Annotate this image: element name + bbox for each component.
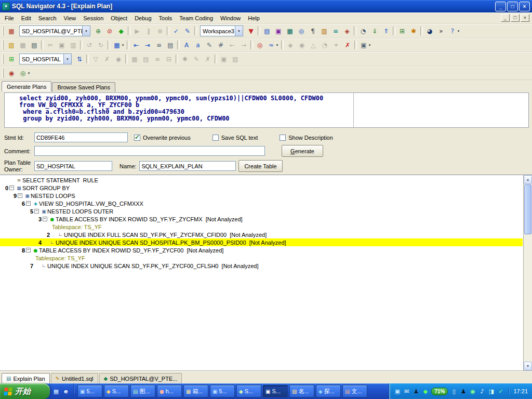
print-icon[interactable]: ▤ (29, 39, 40, 50)
results-grid-caret[interactable]: ▾ (120, 39, 126, 50)
workspace-filter-icon[interactable]: ▼ (245, 25, 257, 36)
battery-indicator[interactable]: 71% (431, 388, 448, 395)
document-tab[interactable]: ▤ Explain Plan (2, 373, 50, 383)
indent-left-icon[interactable]: ⇤ (130, 39, 142, 50)
drop-object-icon[interactable]: ✗ (202, 54, 214, 64)
plan-tree-row[interactable]: 2 ∟ UNIQUE INDEX FULL SCAN SD_YF.PK_YF_Z… (0, 231, 523, 238)
expand-box[interactable] (43, 217, 47, 221)
menu-item[interactable]: Help (244, 14, 263, 23)
stored-program-icon[interactable]: ▣ (273, 25, 284, 36)
open-file-icon[interactable]: ▨ (6, 39, 17, 50)
stmt-id-input[interactable] (34, 132, 128, 142)
check-syntax-icon[interactable]: ✓ (170, 25, 182, 36)
plan-tree-row[interactable]: Tablespace: TS_YF (0, 254, 523, 262)
plan-tab[interactable]: Browse Saved Plans (52, 82, 115, 92)
comment-input[interactable] (34, 146, 265, 156)
menu-item[interactable]: View (60, 14, 80, 23)
menu-item[interactable]: Session (79, 14, 107, 23)
output-viewer-icon[interactable]: ▥ (318, 25, 330, 36)
align-left-icon[interactable]: ≡ (153, 39, 165, 50)
toolbar-grip[interactable] (2, 69, 4, 78)
volume-icon[interactable]: ♪ (478, 388, 486, 395)
menu-item[interactable]: Team Coding (176, 14, 217, 23)
expand-box[interactable] (34, 209, 39, 214)
bookmark-icon[interactable]: ◎ (254, 39, 265, 50)
tree-view-icon[interactable]: ⊟ (163, 54, 175, 64)
find-previous-icon[interactable]: ← (227, 39, 238, 50)
taskbar-task-button[interactable]: ◆ S... (236, 385, 261, 397)
align-block-icon[interactable]: ▤ (165, 39, 176, 50)
edit-object-icon[interactable]: ✎ (191, 54, 202, 64)
code-edit-icon[interactable]: ✎ (182, 25, 193, 36)
taskbar-task-button[interactable]: ▨ 名... (289, 385, 314, 397)
message-icon[interactable]: ✉ (403, 388, 410, 395)
key-icon[interactable]: ✦ (330, 39, 342, 50)
toolbar-grip[interactable] (2, 55, 4, 64)
toolbar-grip[interactable] (2, 41, 4, 50)
execute-icon[interactable]: ▶ (131, 25, 143, 36)
plan-tree-row[interactable]: 4 ∟ UNIQUE INDEX UNIQUE SCAN SD_HOSPITAL… (0, 238, 523, 246)
undo-icon[interactable]: ↺ (84, 39, 95, 50)
menu-item[interactable]: Search (35, 14, 60, 23)
plan-tree-row[interactable]: Tablespace: TS_YF (0, 223, 523, 231)
menu-item[interactable]: Edit (18, 14, 35, 23)
pc-status-icon[interactable]: ▣ (393, 388, 401, 395)
session-browser-icon[interactable]: ▦ (6, 25, 17, 36)
qq-penguin-icon[interactable]: ♟ (459, 388, 467, 395)
mouse-icon[interactable]: ▯ (450, 388, 458, 395)
ime-icon[interactable]: ◨ (487, 388, 495, 395)
history-icon[interactable]: ◔ (319, 39, 330, 50)
wechat-icon[interactable]: ◉ (469, 388, 476, 395)
scroll-thumb[interactable] (524, 184, 531, 234)
more-buttons-chevron[interactable]: » (435, 25, 447, 36)
db-explorer-icon[interactable]: ▦ (284, 25, 296, 36)
lowercase-icon[interactable]: a (192, 39, 204, 50)
plan-tree-row[interactable]: 3 ● TABLE ACCESS BY INDEX ROWID SD_YF.YF… (0, 215, 523, 223)
taskbar-task-button[interactable]: ▣ S... (263, 385, 288, 397)
indent-right-icon[interactable]: ⇥ (142, 39, 153, 50)
copy-icon[interactable]: ▣ (56, 39, 68, 50)
paste-icon[interactable]: ▥ (68, 39, 79, 50)
connection-select[interactable]: SD_HOSPITAL@V_PTEY1 ▼ (19, 25, 90, 36)
plan-tab[interactable]: Generate Plans (2, 81, 51, 91)
close-button[interactable]: × (519, 2, 530, 11)
stop-icon[interactable]: ⊗ (154, 25, 166, 36)
checkbox-box[interactable] (212, 135, 219, 141)
expand-box[interactable] (9, 185, 14, 190)
mdi-close-button[interactable]: × (521, 14, 529, 22)
plan-tree-row[interactable]: ≡ SELECT STATEMENT RULE (0, 176, 523, 184)
mdi-minimize-button[interactable]: _ (501, 14, 510, 22)
save-icon[interactable]: ▦ (17, 39, 29, 50)
find-next-icon[interactable]: → (238, 39, 249, 50)
plan-table-name-input[interactable] (139, 161, 236, 171)
compare-icon[interactable]: △ (308, 39, 319, 50)
details-view-icon[interactable]: ▤ (140, 54, 152, 64)
team-coding-icon[interactable]: ⊞ (396, 25, 408, 36)
plan-tree-row[interactable]: 8 ● TABLE ACCESS BY INDEX ROWID SD_YF.YF… (0, 246, 523, 254)
checkbox[interactable]: Save SQL text (212, 135, 258, 141)
chevron-down-icon[interactable]: ▼ (235, 26, 243, 36)
sql-text-editor[interactable]: select zyid00, zyh000, BRXM00, ypnm00, y… (5, 93, 354, 127)
qq-icon[interactable]: ♟ (412, 388, 420, 395)
expand-box[interactable] (26, 248, 31, 252)
taskbar-task-button[interactable]: ● h... (157, 385, 182, 397)
cut-icon[interactable]: ✂ (45, 39, 56, 50)
document-tab[interactable]: ✎ Untitled1.sql (51, 373, 98, 383)
expand-box[interactable] (18, 193, 22, 198)
minimize-button[interactable]: _ (495, 2, 506, 11)
checkbox[interactable]: Show Description (280, 135, 333, 141)
explain-plan-icon[interactable]: ≡ (330, 25, 341, 36)
expand-box[interactable] (26, 201, 31, 206)
browser-icon[interactable]: e (62, 387, 70, 395)
pause-icon[interactable]: ∥ (143, 25, 154, 36)
help-menu-caret[interactable]: ▾ (456, 25, 461, 36)
document-tab[interactable]: ◆ SD_HOSPITAL@V_PTE... (99, 373, 182, 383)
plan-tree-row[interactable]: 9 ▣ NESTED LOOPS (0, 192, 523, 200)
restore-button[interactable]: □ (507, 2, 518, 11)
checkbox[interactable]: Overwrite previous (134, 135, 191, 141)
cascade-windows-icon[interactable]: ▧ (230, 54, 241, 64)
grid-view-icon[interactable]: ▦ (129, 54, 140, 64)
line-numbers-icon[interactable]: # (215, 39, 227, 50)
show-desktop-icon[interactable]: ▦ (52, 387, 60, 395)
uppercase-icon[interactable]: A (181, 39, 192, 50)
